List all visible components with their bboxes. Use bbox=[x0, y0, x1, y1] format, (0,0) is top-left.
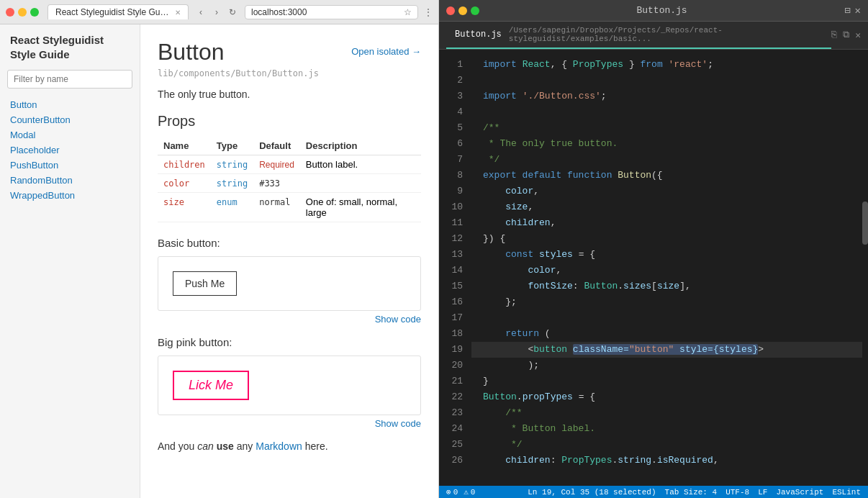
sidebar-item-push-button[interactable]: PushButton bbox=[0, 158, 140, 173]
prop-description: One of: small, normal, large bbox=[300, 193, 421, 222]
error-number: 0 bbox=[453, 488, 458, 497]
line-num-8: 8 bbox=[448, 168, 463, 184]
sidebar-item-modal[interactable]: Modal bbox=[0, 127, 140, 142]
forward-button[interactable]: › bbox=[210, 6, 223, 19]
tab-size: Tab Size: 4 bbox=[665, 488, 718, 497]
close-editor-icon[interactable]: ✕ bbox=[855, 4, 861, 17]
browser-menu-icon[interactable]: ⋮ bbox=[424, 7, 433, 17]
browser-nav: ‹ › ↻ bbox=[194, 6, 239, 19]
sidebar-item-wrapped-button[interactable]: WrappedButton bbox=[0, 188, 140, 203]
warning-number: 0 bbox=[471, 488, 476, 497]
code-line-17 bbox=[471, 310, 868, 326]
browser-chrome: React Styleguidist Style Guide ✕ ‹ › ↻ l… bbox=[0, 0, 438, 24]
split-view-icon[interactable]: ⧉ bbox=[843, 30, 849, 41]
line-num-12: 12 bbox=[448, 231, 463, 247]
line-num-14: 14 bbox=[448, 263, 463, 279]
line-num-21: 21 bbox=[448, 374, 463, 389]
address-bar[interactable]: localhost:3000 ☆ bbox=[245, 5, 418, 19]
back-button[interactable]: ‹ bbox=[194, 6, 207, 19]
line-num-3: 3 bbox=[448, 89, 463, 104]
sidebar-item-random-button[interactable]: RandomButton bbox=[0, 173, 140, 188]
col-name: Name bbox=[158, 137, 211, 155]
line-num-23: 23 bbox=[448, 405, 463, 421]
filter-input[interactable] bbox=[7, 70, 132, 89]
code-line-14: color, bbox=[471, 263, 868, 279]
show-code-bar-1: Show code bbox=[158, 311, 421, 327]
file-path: lib/components/Button/Button.js bbox=[158, 68, 421, 78]
example-2-preview: Lick Me bbox=[158, 356, 421, 415]
prop-description: Button label. bbox=[300, 155, 421, 174]
markdown-strong-use: use bbox=[217, 440, 234, 452]
error-count: ⊗ 0 bbox=[446, 487, 458, 497]
statusbar-right: Ln 19, Col 35 (18 selected) Tab Size: 4 … bbox=[528, 488, 861, 497]
warning-count: ⚠ 0 bbox=[464, 487, 475, 497]
col-default: Default bbox=[253, 137, 300, 155]
minimize-button[interactable] bbox=[18, 8, 27, 17]
demo-push-me-button[interactable]: Push Me bbox=[173, 271, 237, 296]
editor-maximize-button[interactable] bbox=[471, 6, 479, 15]
show-code-link-2[interactable]: Show code bbox=[375, 418, 421, 429]
code-line-18: return ( bbox=[471, 326, 868, 342]
prop-type: enum bbox=[217, 197, 238, 207]
tab-close-icon[interactable]: ✕ bbox=[175, 9, 181, 17]
example-1-preview: Push Me bbox=[158, 256, 421, 311]
bookmark-icon[interactable]: ☆ bbox=[404, 7, 412, 17]
props-table: Name Type Default Description children s… bbox=[158, 137, 421, 222]
scrollbar-thumb[interactable] bbox=[862, 202, 868, 245]
browser-traffic-lights bbox=[6, 8, 39, 17]
code-line-8: export default function Button({ bbox=[471, 168, 868, 184]
linter-status[interactable]: ESLint bbox=[832, 488, 861, 497]
line-num-7: 7 bbox=[448, 152, 463, 168]
show-code-link-1[interactable]: Show code bbox=[375, 314, 421, 325]
browser-window: React Styleguidist Style Guide ✕ ‹ › ↻ l… bbox=[0, 0, 439, 498]
maximize-button[interactable] bbox=[30, 8, 39, 17]
markdown-text: And you can use any Markdown here. bbox=[158, 440, 421, 452]
refresh-button[interactable]: ↻ bbox=[226, 6, 239, 19]
language-mode[interactable]: JavaScript bbox=[776, 488, 823, 497]
code-content[interactable]: import React, { PropTypes } from 'react'… bbox=[471, 50, 868, 486]
col-description: Description bbox=[300, 137, 421, 155]
line-num-24: 24 bbox=[448, 421, 463, 437]
col-type: Type bbox=[211, 137, 253, 155]
editor-window-controls: ⊟ ✕ bbox=[844, 4, 861, 17]
code-line-5: /** bbox=[471, 120, 868, 136]
editor-tab-icons: ⎘ ⧉ ✕ bbox=[831, 30, 861, 41]
editor-tab-filename: Button.js bbox=[455, 30, 502, 40]
line-num-19: 19 bbox=[448, 342, 463, 358]
editor-tab-path: /Users/sapegin/Dropbox/Projects/_Repos/r… bbox=[509, 26, 823, 43]
markdown-link[interactable]: Markdown bbox=[256, 440, 302, 452]
table-row: size enum normal One of: small, normal, … bbox=[158, 193, 421, 222]
encoding: UTF-8 bbox=[725, 488, 749, 497]
browser-tab[interactable]: React Styleguidist Style Guide ✕ bbox=[48, 4, 189, 19]
editor-window-title: Button.js bbox=[485, 5, 838, 16]
code-line-10: size, bbox=[471, 199, 868, 215]
close-button[interactable] bbox=[6, 8, 14, 17]
prop-type: string bbox=[217, 160, 248, 170]
copy-path-icon[interactable]: ⎘ bbox=[831, 30, 837, 41]
line-num-1: 1 bbox=[448, 57, 463, 73]
open-isolated-link[interactable]: Open isolated → bbox=[351, 46, 421, 57]
prop-default: Required bbox=[259, 160, 294, 170]
line-num-15: 15 bbox=[448, 279, 463, 294]
scrollbar-track bbox=[862, 173, 868, 461]
editor-chrome: Button.js ⊟ ✕ bbox=[439, 0, 868, 22]
line-num-18: 18 bbox=[448, 326, 463, 342]
editor-minimize-button[interactable] bbox=[458, 6, 467, 15]
close-tab-icon[interactable]: ✕ bbox=[855, 30, 861, 41]
cursor-position: Ln 19, Col 35 (18 selected) bbox=[528, 488, 656, 497]
table-row: children string Required Button label. bbox=[158, 155, 421, 174]
url-text: localhost:3000 bbox=[251, 7, 399, 17]
sidebar-item-counter-button[interactable]: CounterButton bbox=[0, 112, 140, 127]
split-editor-icon[interactable]: ⊟ bbox=[844, 4, 850, 17]
demo-lick-me-button[interactable]: Lick Me bbox=[173, 371, 249, 400]
sidebar-item-placeholder[interactable]: Placeholder bbox=[0, 142, 140, 158]
line-num-17: 17 bbox=[448, 310, 463, 326]
line-num-2: 2 bbox=[448, 73, 463, 89]
code-line-7: */ bbox=[471, 152, 868, 168]
editor-close-button[interactable] bbox=[446, 6, 455, 15]
editor-code-area[interactable]: 1 2 3 4 5 6 7 8 9 10 11 12 13 14 15 16 1… bbox=[439, 50, 868, 486]
line-num-20: 20 bbox=[448, 358, 463, 374]
editor-tab-button-js[interactable]: Button.js /Users/sapegin/Dropbox/Project… bbox=[446, 22, 831, 49]
prop-description bbox=[300, 174, 421, 193]
sidebar-item-button[interactable]: Button bbox=[0, 97, 140, 112]
